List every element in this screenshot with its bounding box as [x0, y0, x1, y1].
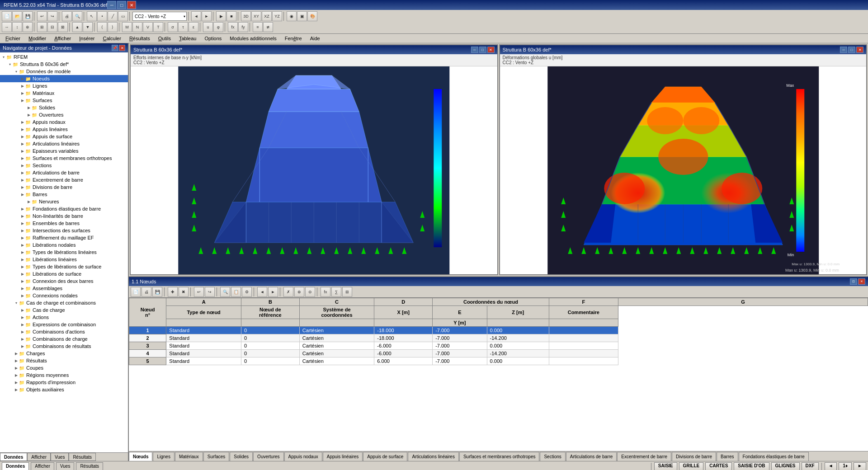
tab-ouvertures[interactable]: Ouvertures — [253, 452, 283, 461]
tab-sections[interactable]: Sections — [540, 452, 565, 461]
tbl-btn3[interactable]: 💾 — [152, 287, 162, 297]
redo-button[interactable]: ↪ — [47, 11, 57, 21]
tree-item-types_lib_surface[interactable]: ▶📁Types de libérations de surface — [0, 263, 128, 270]
tree-expand-liberations_nodales[interactable]: ▶ — [20, 243, 25, 247]
tree-item-artic_lineaires[interactable]: ▶📁Articulations linéaires — [0, 140, 128, 147]
tree-expand-rapports[interactable]: ▶ — [14, 381, 19, 385]
tb2-btn13[interactable]: V — [143, 22, 153, 32]
tree-expand-actions[interactable]: ▶ — [20, 315, 25, 320]
tree-item-assemblages[interactable]: ▶📁Assemblages — [0, 285, 128, 292]
tree-expand-types_lib_surface[interactable]: ▶ — [20, 265, 25, 269]
tb2-btn4[interactable]: ⊞ — [37, 22, 47, 32]
tb2-btn20[interactable]: fx — [228, 22, 238, 32]
tree-item-charges[interactable]: ▶📁Charges — [0, 350, 128, 357]
tree-item-noeuds[interactable]: ▶📁Noeuds — [0, 75, 128, 82]
table-row[interactable]: 1Standard0Cartésien-18.000-7.0000.000 — [129, 327, 868, 334]
tree-expand-coupes[interactable]: ▶ — [14, 366, 19, 370]
tree-item-cas_charges[interactable]: ▾📁Cas de charge et combinaisons — [0, 299, 128, 306]
status-tab-donnees[interactable]: Données — [2, 462, 29, 470]
xy-button[interactable]: XY — [251, 11, 261, 21]
tb2-btn8[interactable]: ▼ — [83, 22, 93, 32]
menu-resultats[interactable]: Résultats — [126, 35, 154, 42]
tree-item-fondations[interactable]: ▶📁Fondations élastiques de barre — [0, 205, 128, 212]
tb2-btn23[interactable]: ≢ — [263, 22, 273, 32]
view2-maximize[interactable]: □ — [848, 47, 855, 53]
status-saisie[interactable]: SAISIE — [654, 462, 677, 470]
tree-item-ensembles[interactable]: ▶📁Ensembles de barres — [0, 220, 128, 227]
tb2-btn12[interactable]: N — [132, 22, 142, 32]
tab-appuis-nodaux[interactable]: Appuis nodaux — [284, 452, 322, 461]
tree-expand-struttura[interactable]: ▾ — [7, 62, 13, 66]
tree-expand-rfem[interactable]: ▾ — [1, 55, 6, 59]
tree-item-resultats[interactable]: ▶📁Résultats — [0, 357, 128, 364]
tree-expand-appuis_lineaires[interactable]: ▶ — [20, 127, 25, 132]
table-row[interactable]: 3Standard0Cartésien-6.000-7.0000.000 — [129, 342, 868, 350]
tree-expand-combinaisons_actions[interactable]: ▶ — [20, 330, 25, 334]
print-button[interactable]: 🖨 — [62, 11, 72, 21]
tb2-btn17[interactable]: ε — [189, 22, 198, 32]
tb2-btn10[interactable]: ⟩ — [108, 22, 118, 32]
line-button[interactable]: ╱ — [108, 11, 118, 21]
tbl-btn14[interactable]: ⊕ — [294, 287, 304, 297]
tree-item-actions[interactable]: ▶📁Actions — [0, 314, 128, 321]
tb2-btn2[interactable]: ↕ — [12, 22, 22, 32]
prev-button[interactable]: ◄ — [191, 11, 201, 21]
tree-item-materiaux[interactable]: ▶📁Matériaux — [0, 89, 128, 97]
tab-fondations-lastiques-de-barre[interactable]: Fondations élastiques de barre — [739, 452, 809, 461]
tab-appuis-linaires[interactable]: Appuis linéaires — [323, 452, 363, 461]
tree-expand-resultats[interactable]: ▶ — [14, 359, 19, 363]
table-content[interactable]: Nœudn° A B C D Coordonnées du nœud F G T… — [129, 298, 868, 451]
tab-surfaces[interactable]: Surfaces — [203, 452, 229, 461]
tbl-btn17[interactable]: ∑ — [331, 287, 341, 297]
3d-button[interactable]: 3D — [241, 11, 251, 21]
nav-tab-vues[interactable]: Vues — [51, 453, 69, 461]
tree-expand-nonlinearites[interactable]: ▶ — [20, 214, 25, 218]
tree-item-combinaisons_actions[interactable]: ▶📁Combinaisons d'actions — [0, 328, 128, 335]
tab-lignes[interactable]: Lignes — [153, 452, 174, 461]
tree-expand-artic_barre[interactable]: ▶ — [20, 171, 25, 175]
tree-expand-excentrement[interactable]: ▶ — [20, 178, 25, 182]
tab-excentrement-de-barre[interactable]: Excentrement de barre — [617, 452, 671, 461]
view1-maximize[interactable]: □ — [479, 47, 486, 53]
tree-expand-nervures[interactable]: ▶ — [26, 200, 32, 204]
tree-expand-donnees[interactable]: ▾ — [14, 70, 19, 74]
tree-item-combinaisons_charge[interactable]: ▶📁Combinaisons de charge — [0, 335, 128, 343]
tree-item-coupes[interactable]: ▶📁Coupes — [0, 364, 128, 371]
tb2-btn16[interactable]: τ — [178, 22, 188, 32]
tb2-btn15[interactable]: σ — [168, 22, 178, 32]
page-prev[interactable]: ◄ — [825, 462, 837, 470]
nav-close-button[interactable]: ✕ — [119, 45, 125, 51]
tree-item-nervures[interactable]: ▶📁Nervures — [0, 198, 128, 205]
tbl-btn11[interactable]: ◄ — [257, 287, 267, 297]
tree-expand-charges[interactable]: ▶ — [14, 352, 19, 356]
menu-outils[interactable]: Outils — [155, 35, 175, 42]
tbl-btn4[interactable]: ✚ — [168, 287, 178, 297]
tbl-btn7[interactable]: ↪ — [205, 287, 215, 297]
surface-button[interactable]: ▭ — [118, 11, 128, 21]
tb2-btn5[interactable]: ⊟ — [47, 22, 57, 32]
open-button[interactable]: 📂 — [12, 11, 22, 21]
tb2-btn6[interactable]: ⊠ — [58, 22, 68, 32]
tbl-btn16[interactable]: fx — [321, 287, 330, 297]
view1-canvas[interactable] — [131, 66, 497, 274]
menu-calculer[interactable]: Calculer — [99, 35, 125, 42]
tree-item-sections[interactable]: ▶📁Sections — [0, 162, 128, 169]
tbl-btn13[interactable]: ✗ — [283, 287, 293, 297]
tree-item-liberations_surface[interactable]: ▶📁Libérations de surface — [0, 270, 128, 277]
menu-modifier[interactable]: Modifier — [25, 35, 50, 42]
render-button[interactable]: ◉ — [287, 11, 297, 21]
tree-item-epaisseurs[interactable]: ▶📁Epaisseurs variables — [0, 147, 128, 155]
menu-options[interactable]: Options — [201, 35, 225, 42]
tree-expand-assemblages[interactable]: ▶ — [20, 287, 25, 291]
tbl-btn15[interactable]: ⊖ — [305, 287, 315, 297]
tb2-btn11[interactable]: M — [122, 22, 132, 32]
tree-item-liberations_nodales[interactable]: ▶📁Libérations nodales — [0, 241, 128, 249]
tree-expand-connexion_deux[interactable]: ▶ — [20, 279, 25, 283]
tree-expand-lignes[interactable]: ▶ — [20, 84, 25, 88]
tree-expand-materiaux[interactable]: ▶ — [20, 91, 25, 95]
tree-item-lignes[interactable]: ▶📁Lignes — [0, 82, 128, 89]
tree-item-donnees[interactable]: ▾📁Données de modèle — [0, 68, 128, 75]
tree-expand-surfaces_membranes[interactable]: ▶ — [20, 156, 25, 160]
tree-item-combinaisons_resultats[interactable]: ▶📁Combinaisons de résultats — [0, 343, 128, 350]
menu-afficher[interactable]: Afficher — [51, 35, 75, 42]
